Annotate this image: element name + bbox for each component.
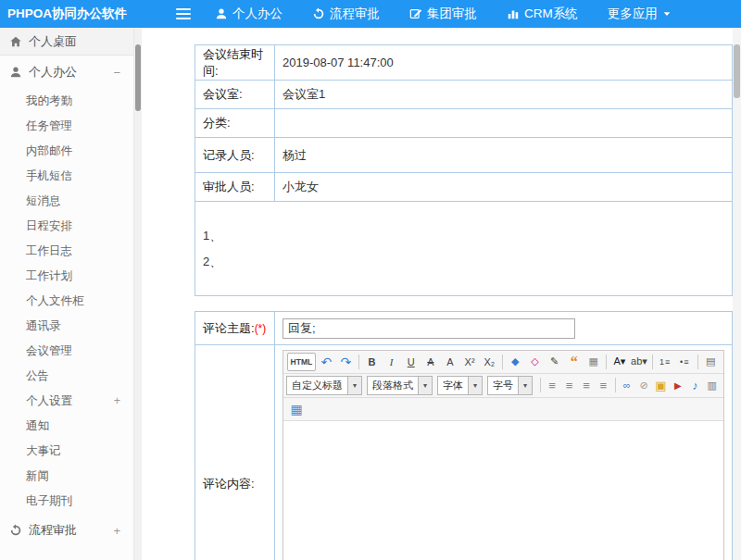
collapse-icon[interactable]: − (113, 66, 120, 80)
sidebar-item-file-cabinet[interactable]: 个人文件柜 (0, 289, 133, 314)
paragraph-select[interactable]: 段落格式 ▾ (367, 376, 433, 395)
eraser-icon[interactable]: ◇ (526, 353, 544, 371)
nav-label: CRM系统 (524, 6, 578, 22)
unlink-icon[interactable]: ⊘ (636, 376, 651, 394)
sidebar-menu: 我的考勤 任务管理 内部邮件 手机短信 短消息 日程安排 工作日志 工作计划 个… (0, 89, 133, 514)
sidebar-item-internal-mail[interactable]: 内部邮件 (0, 139, 133, 164)
sidebar-item-e-journal[interactable]: 电子期刊 (0, 489, 133, 514)
size-select[interactable]: 字号 ▾ (487, 376, 533, 395)
sidebar-item-schedule[interactable]: 日程安排 (0, 214, 133, 239)
editor-toolbar-row1: HTML ↶ ↷ B I U A A X² X₂ (283, 351, 723, 374)
sidebar-item-meeting-management[interactable]: 会议管理 (0, 339, 133, 364)
superscript-icon[interactable]: X² (461, 353, 479, 371)
nav-label: 个人办公 (232, 6, 283, 22)
sidebar-item-desktop[interactable]: 个人桌面 (0, 28, 133, 56)
align-right-icon[interactable]: ≡ (579, 376, 594, 394)
redo-icon[interactable]: ↷ (337, 353, 355, 371)
attachment-icon[interactable]: ▥ (705, 376, 720, 394)
sidebar-item-personal-settings[interactable]: 个人设置+ (0, 389, 133, 414)
field-label: 审批人员: (195, 173, 275, 202)
sidebar-section-workflow-approval[interactable]: 流程审批 + (0, 514, 133, 547)
expand-icon[interactable]: + (114, 389, 120, 414)
comment-subject-label: 评论主题:(*) (195, 312, 275, 345)
caret-down-icon (662, 9, 672, 19)
link-icon[interactable]: ∞ (619, 376, 634, 394)
hamburger-menu-icon[interactable] (176, 8, 191, 19)
comment-form-table: 评论主题:(*) 评论内容: HTML ↶ ↷ (195, 311, 733, 560)
table-icon[interactable]: ▦ (287, 400, 306, 418)
meeting-detail-form: 会议结束时间: 2019-08-07 11:47:00 会议室: 会议室1 分类… (195, 44, 733, 560)
align-center-icon[interactable]: ≡ (561, 376, 576, 394)
sidebar-item-news[interactable]: 新闻 (0, 464, 133, 489)
editor-toolbar-row2: 自定义标题 ▾ 段落格式 ▾ 字体 ▾ (283, 374, 723, 398)
content-line: 2、 (203, 249, 724, 275)
table-row: 评论主题:(*) (195, 312, 733, 345)
nav-crm-system[interactable]: CRM系统 (507, 6, 578, 22)
topbar: PHPOA协同办公软件 个人办公 流程审批 集团审批 (0, 0, 741, 28)
align-left-icon[interactable]: ≡ (545, 376, 559, 394)
undo-icon[interactable]: ↶ (318, 353, 335, 371)
expand-icon[interactable]: + (113, 524, 120, 538)
nav-workflow-approval[interactable]: 流程审批 (312, 6, 380, 22)
editor-content-area[interactable] (283, 421, 723, 560)
ordered-list-icon[interactable]: 1≡ (657, 353, 674, 371)
caret-down-icon: ▾ (518, 377, 532, 394)
heading-select[interactable]: 自定义标题 ▾ (286, 376, 362, 395)
field-value: 小龙女 (275, 173, 733, 202)
comment-content-label: 评论内容: (195, 345, 275, 560)
sidebar-item-notification[interactable]: 通知 (0, 414, 133, 439)
bold-icon[interactable]: B (363, 353, 381, 371)
strikethrough-icon[interactable]: A (421, 353, 439, 371)
italic-icon[interactable]: I (383, 353, 400, 371)
image-icon[interactable]: ▣ (653, 376, 668, 394)
font-select[interactable]: 字体 ▾ (437, 376, 483, 395)
page-icon[interactable]: ▤ (702, 353, 720, 371)
main-scrollbar-thumb[interactable] (734, 44, 740, 98)
field-label: 会议室: (195, 81, 275, 109)
quote-icon[interactable]: “ (565, 353, 583, 371)
nav-more-apps[interactable]: 更多应用 (608, 6, 672, 22)
font-color-icon[interactable]: A▾ (610, 353, 628, 371)
table-row: 会议室: 会议室1 (195, 81, 733, 109)
top-navigation: 个人办公 流程审批 集团审批 CRM系统 更多应用 (215, 6, 672, 22)
field-value (275, 109, 733, 138)
underline-icon[interactable]: U (402, 353, 420, 371)
remove-format-icon[interactable]: A (441, 353, 458, 371)
sidebar-scrollbar-thumb[interactable] (135, 44, 141, 111)
nav-label: 集团审批 (427, 6, 477, 22)
sidebar-item-short-message[interactable]: 短消息 (0, 189, 133, 214)
sidebar-item-sms[interactable]: 手机短信 (0, 164, 133, 189)
calendar-icon[interactable]: ▦ (584, 353, 602, 371)
home-icon (9, 35, 22, 48)
media-icon[interactable]: ♪ (687, 376, 702, 394)
sidebar-item-memorabilia[interactable]: 大事记 (0, 439, 133, 464)
sidebar-scrollbar[interactable] (134, 28, 142, 560)
unordered-list-icon[interactable]: •≡ (676, 353, 694, 371)
sidebar-item-label: 个人桌面 (29, 33, 77, 50)
sidebar-item-tasks[interactable]: 任务管理 (0, 114, 133, 139)
sidebar-item-work-plan[interactable]: 工作计划 (0, 264, 133, 289)
source-icon[interactable]: HTML (287, 353, 316, 371)
subscript-icon[interactable]: X₂ (481, 353, 498, 371)
nav-personal-office[interactable]: 个人办公 (215, 6, 283, 22)
table-row: 记录人员: 杨过 (195, 138, 733, 173)
content-line: 1、 (203, 223, 724, 249)
pencil-icon[interactable]: ✎ (546, 353, 563, 371)
meeting-content-cell: 1、 2、 (195, 202, 733, 296)
highlight-color-icon[interactable]: ab▾ (630, 353, 647, 371)
sidebar-item-attendance[interactable]: 我的考勤 (0, 89, 133, 114)
flash-icon[interactable]: ▶ (671, 376, 685, 394)
table-row: 分类: (195, 109, 733, 138)
sidebar-item-work-log[interactable]: 工作日志 (0, 239, 133, 264)
main-scrollbar[interactable] (733, 28, 741, 560)
nav-group-approval[interactable]: 集团审批 (409, 6, 477, 22)
sidebar-item-announcement[interactable]: 公告 (0, 364, 133, 389)
flow-icon (9, 524, 22, 537)
edit-icon (409, 7, 422, 20)
align-justify-icon[interactable]: ≡ (596, 376, 610, 394)
comment-subject-input[interactable] (283, 318, 575, 339)
sidebar-item-contacts[interactable]: 通讯录 (0, 314, 133, 339)
field-value: 杨过 (275, 138, 733, 173)
sidebar-section-personal-office[interactable]: 个人办公 − (0, 56, 133, 89)
format-painter-icon[interactable]: ◆ (507, 353, 524, 371)
